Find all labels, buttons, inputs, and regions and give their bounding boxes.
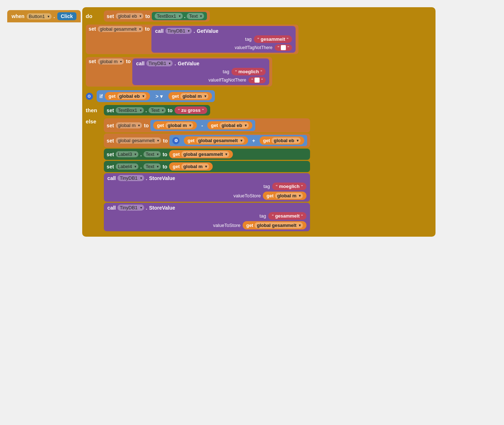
if-row: ⚙ if get global eb ▾ > ▾ get global m ▾ — [84, 89, 433, 103]
gesammelt-tag-value-s2: " gesammelt " — [268, 212, 306, 220]
global-gesammelt-pill-1[interactable]: global gesammelt ▾ — [98, 26, 143, 32]
global-eb-dropdown-icon[interactable]: ▾ — [140, 14, 141, 18]
text-pill-1[interactable]: Text ▾ — [187, 13, 204, 19]
global-gesammelt-plus-dropdown[interactable]: ▾ — [240, 139, 242, 143]
global-m-e4-dropdown[interactable]: ▾ — [205, 165, 207, 168]
label3-dropdown[interactable]: ▾ — [134, 152, 136, 156]
tinydb1-s2-dropdown[interactable]: ▾ — [140, 206, 142, 210]
global-gesammelt-dropdown-1[interactable]: ▾ — [139, 27, 141, 31]
set-textbox1-text-block: set TextBox1 ▾ . Text ▾ to " zu gross " — [104, 105, 211, 115]
set-label-3: set — [89, 58, 96, 64]
global-m-minus-pill[interactable]: global m ▾ — [165, 122, 193, 128]
global-m-e4-pill[interactable]: global m ▾ — [181, 163, 209, 170]
tinydb1-s2-pill[interactable]: TinyDB1 ▾ — [118, 205, 144, 211]
text-dropdown-icon-1[interactable]: ▾ — [200, 14, 202, 18]
valuetostore-row-s2: valueToStore get global gesammelt ▾ — [107, 221, 306, 229]
tag-label-s1: tag — [264, 184, 270, 189]
text-e3-pill[interactable]: Text ▾ — [143, 151, 161, 157]
textbox1-dropdown-icon[interactable]: ▾ — [179, 14, 181, 18]
empty-square-2 — [255, 78, 260, 83]
global-m-get-dropdown-1[interactable]: ▾ — [204, 94, 206, 98]
gt-operator[interactable]: > ▾ — [152, 92, 166, 100]
text-then-dropdown[interactable]: ▾ — [162, 108, 164, 112]
textbox1-then-dropdown[interactable]: ▾ — [140, 108, 142, 112]
button1-dropdown-icon[interactable]: ▾ — [48, 14, 49, 18]
else-label: else — [86, 118, 102, 124]
text-then-pill[interactable]: Text ▾ — [149, 107, 166, 113]
global-eb-pill[interactable]: global eb ▾ — [116, 13, 143, 19]
set-label4-text-block: set Label4 ▾ . Text ▾ to get global m — [104, 161, 310, 172]
call-label-s1: call — [107, 175, 116, 181]
valuetostore-label-s1: valueToStore — [233, 193, 261, 198]
global-m-s1-pill[interactable]: global m ▾ — [275, 193, 303, 199]
get-eb-minus: get global eb ▾ — [207, 121, 252, 130]
to-then-label: to — [168, 108, 172, 113]
global-gesammelt-plus-pill[interactable]: global gesammelt ▾ — [196, 137, 244, 144]
global-eb-plus-pill[interactable]: global eb ▾ — [271, 137, 301, 144]
label4-dropdown[interactable]: ▾ — [134, 165, 136, 168]
to-e2-label: to — [163, 138, 168, 144]
zu-gross-value: " zu gross " — [174, 106, 208, 114]
to-label-2: to — [145, 26, 150, 32]
global-gesammelt-e3-dropdown[interactable]: ▾ — [225, 152, 227, 156]
else-content: set global m ▾ to get global m ▾ — [104, 118, 310, 231]
tinydb-storevalue-2: call TinyDB1 ▾ . StoreValue tag " gesamm… — [104, 203, 310, 231]
storevalue-label-1: StoreValue — [149, 175, 175, 181]
tinydb-storevalue-1: call TinyDB1 ▾ . StoreValue tag " moegli… — [104, 173, 310, 202]
label3-pill[interactable]: Label3 ▾ — [116, 151, 138, 157]
global-eb-minus-dropdown[interactable]: ▾ — [245, 123, 247, 127]
get-global-gesammelt-s2: get global gesammelt ▾ — [243, 221, 306, 229]
tinydb1-s1-dropdown[interactable]: ▾ — [140, 176, 142, 180]
when-label: when — [12, 13, 25, 19]
then-row: then set TextBox1 ▾ . Text ▾ to " zu gro… — [84, 104, 433, 117]
global-m-pill-1[interactable]: global m ▾ — [98, 58, 124, 65]
tinydb1-pill-2[interactable]: TinyDB1 ▾ — [146, 60, 173, 66]
to-e4-label: to — [163, 164, 167, 170]
text-e3-dropdown[interactable]: ▾ — [157, 152, 159, 156]
global-gesammelt-s2-pill[interactable]: global gesammelt ▾ — [255, 222, 303, 228]
label4-pill[interactable]: Label4 ▾ — [116, 163, 138, 170]
get-global-m-e4: get global m ▾ — [169, 162, 213, 171]
tag-label-s2: tag — [260, 213, 266, 219]
to-label-3: to — [126, 58, 131, 64]
global-m-e1-pill[interactable]: global m ▾ — [116, 122, 142, 128]
set-gesammelt-plus-block: set global gesammelt ▾ to ⚙ get global g… — [104, 133, 310, 148]
textbox1-then-pill[interactable]: TextBox1 ▾ — [116, 107, 143, 113]
global-m-dropdown-1[interactable]: ▾ — [120, 60, 122, 63]
if-label: if — [100, 93, 103, 99]
text-e4-dropdown[interactable]: ▾ — [157, 165, 159, 168]
tinydb1-s1-pill[interactable]: TinyDB1 ▾ — [118, 175, 144, 181]
global-m-e1-dropdown[interactable]: ▾ — [138, 123, 140, 127]
set-label-e2: set — [107, 138, 114, 144]
global-eb-get-pill[interactable]: global eb ▾ — [117, 93, 146, 99]
tinydb1-dropdown-1[interactable]: ▾ — [188, 29, 190, 33]
global-gesammelt-s2-dropdown[interactable]: ▾ — [299, 223, 301, 227]
textbox1-pill[interactable]: TextBox1 ▾ — [155, 13, 182, 19]
getvalue-dot-2: . — [174, 61, 176, 66]
tag-label-1: tag — [245, 36, 252, 42]
global-gesammelt-e2-pill[interactable]: global gesammelt ▾ — [116, 137, 161, 144]
global-gesammelt-e3-pill[interactable]: global gesammelt ▾ — [181, 151, 230, 157]
tag-row-2: tag " moeglich " — [136, 68, 266, 75]
button1-block[interactable]: Button1 ▾ — [27, 13, 52, 19]
get-gesammelt-plus: get global gesammelt ▾ — [184, 136, 248, 145]
global-eb-get-dropdown[interactable]: ▾ — [142, 94, 144, 98]
gear-icon-2[interactable]: ⚙ — [172, 137, 180, 144]
gear-icon-1[interactable]: ⚙ — [86, 93, 93, 100]
global-m-s1-dropdown[interactable]: ▾ — [299, 194, 301, 198]
global-m-minus-dropdown[interactable]: ▾ — [189, 123, 191, 127]
global-gesammelt-e2-dropdown[interactable]: ▾ — [157, 139, 159, 143]
valuetostore-label-s2: valueToStore — [213, 223, 240, 228]
blocks-workspace: when Button1 ▾ . Click do set global eb … — [7, 7, 436, 237]
empty-square-1 — [281, 45, 286, 50]
global-eb-minus-pill[interactable]: global eb ▾ — [220, 122, 249, 128]
tinydb1-pill-1[interactable]: TinyDB1 ▾ — [165, 28, 192, 34]
global-eb-plus-dropdown[interactable]: ▾ — [297, 139, 299, 143]
then-label: then — [86, 107, 102, 113]
set-m-row: set global m ▾ to call TinyDB1 ▾ . GetVa… — [84, 56, 433, 88]
tinydb1-dropdown-2[interactable]: ▾ — [169, 61, 171, 65]
get-global-m-block: get global m ▾ — [168, 92, 212, 100]
text-e4-pill[interactable]: Text ▾ — [143, 163, 161, 170]
to-label-1: to — [145, 13, 150, 19]
global-m-get-pill-1[interactable]: global m ▾ — [180, 93, 208, 99]
